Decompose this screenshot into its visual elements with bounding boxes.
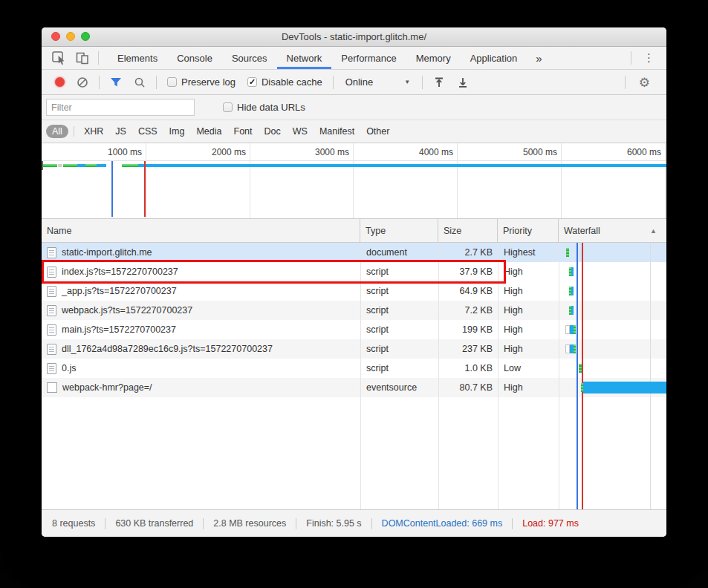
tab-sources[interactable]: Sources (222, 47, 277, 69)
inspect-cursor-icon (52, 51, 67, 65)
domcontentloaded-line (111, 161, 113, 217)
tab-application[interactable]: Application (461, 47, 527, 69)
export-har-button[interactable] (451, 70, 475, 94)
throttling-dropdown[interactable]: Online ▼ (338, 76, 418, 88)
record-button[interactable] (49, 70, 71, 94)
request-name-cell: index.js?ts=1572270700237 (42, 262, 360, 281)
throttling-value: Online (345, 76, 374, 88)
tab-elements[interactable]: Elements (108, 47, 167, 69)
clear-button[interactable] (71, 70, 94, 94)
tab-console[interactable]: Console (167, 47, 222, 69)
file-icon (47, 382, 57, 393)
device-toolbar-button[interactable] (71, 47, 94, 69)
window-titlebar[interactable]: DevTools - static-import.glitch.me/ (42, 27, 666, 47)
column-header-name[interactable]: Name (42, 219, 360, 242)
timeline-gridline (146, 143, 146, 218)
request-priority-cell: High (498, 339, 559, 359)
requests-table-body: static-import.glitch.medocument2.7 KBHig… (42, 243, 666, 509)
tab-performance[interactable]: Performance (331, 47, 406, 69)
close-window-button[interactable] (51, 32, 60, 41)
waterfall-bar (583, 382, 666, 393)
column-header-size[interactable]: Size (438, 219, 498, 242)
zoom-window-button[interactable] (81, 32, 90, 41)
network-request-row[interactable]: index.js?ts=1572270700237script37.9 KBHi… (42, 262, 666, 281)
overview-activity-bar (122, 164, 138, 167)
filter-pill-font[interactable]: Font (228, 125, 259, 138)
tab-memory[interactable]: Memory (406, 47, 461, 69)
funnel-icon (110, 77, 122, 88)
preserve-log-checkbox[interactable]: Preserve log (161, 76, 241, 88)
request-type-cell: eventsource (360, 378, 438, 397)
filter-input[interactable] (46, 99, 195, 116)
request-priority-cell: High (498, 301, 559, 320)
network-request-row[interactable]: webpack-hmr?page=/eventsource80.7 KBHigh (42, 378, 666, 397)
column-divider (360, 243, 361, 509)
overview-activity-bar (85, 164, 97, 167)
document-icon (47, 247, 56, 258)
request-name: index.js?ts=1572270700237 (62, 267, 178, 277)
waterfall-bar (574, 325, 576, 334)
inspect-element-button[interactable] (48, 47, 71, 69)
tab-network[interactable]: Network (277, 47, 332, 69)
sort-ascending-icon: ▲ (650, 227, 666, 235)
search-button[interactable] (128, 70, 152, 94)
filter-pill-manifest[interactable]: Manifest (314, 125, 360, 138)
filter-pill-doc[interactable]: Doc (259, 125, 287, 138)
request-type-cell: script (360, 301, 438, 320)
request-priority-cell: High (498, 378, 559, 397)
filter-pill-css[interactable]: CSS (132, 125, 163, 138)
request-type-cell: document (360, 243, 438, 262)
network-request-row[interactable]: main.js?ts=1572270700237script199 KBHigh (42, 320, 666, 339)
settings-button[interactable]: ⚙ (630, 70, 659, 94)
minimize-window-button[interactable] (66, 32, 75, 41)
network-request-row[interactable]: webpack.js?ts=1572270700237script7.2 KBH… (42, 301, 666, 320)
devtools-menu-button[interactable]: ⋮ (636, 51, 662, 65)
devtools-window: DevTools - static-import.glitch.me/ Elem… (42, 27, 666, 537)
waterfall-gridline (650, 243, 651, 509)
filter-pill-other[interactable]: Other (360, 125, 395, 138)
load-event-line (144, 161, 146, 217)
overview-activity-bar (63, 164, 77, 167)
chevron-down-icon: ▼ (404, 79, 410, 85)
timeline-ruler-divider (42, 160, 666, 161)
request-name: main.js?ts=1572270700237 (62, 324, 176, 335)
request-name-cell: static-import.glitch.me (42, 243, 360, 262)
domcontentloaded-line (577, 243, 578, 509)
request-size-cell: 2.7 KB (438, 243, 498, 262)
filter-pill-xhr[interactable]: XHR (78, 125, 109, 138)
toolbar-separator (156, 76, 157, 89)
network-request-row[interactable]: 0.jsscript1.0 KBLow (42, 359, 666, 378)
timeline-tick-label: 2000 ms (194, 147, 246, 157)
status-item: Load: 977 ms (522, 518, 579, 529)
request-type-cell: script (360, 281, 438, 301)
request-type-cell: script (360, 262, 438, 281)
network-overview-timeline[interactable]: 1000 ms2000 ms3000 ms4000 ms5000 ms6000 … (42, 143, 666, 219)
column-header-priority[interactable]: Priority (498, 219, 559, 242)
filter-pill-media[interactable]: Media (190, 125, 227, 138)
disable-cache-checkbox[interactable]: Disable cache (241, 76, 328, 88)
window-title: DevTools - static-import.glitch.me/ (282, 31, 426, 42)
filter-toggle-button[interactable] (104, 70, 128, 94)
column-divider (438, 243, 439, 509)
network-request-row[interactable]: _app.js?ts=1572270700237script64.9 KBHig… (42, 281, 666, 301)
network-request-row[interactable]: static-import.glitch.medocument2.7 KBHig… (42, 243, 666, 262)
document-icon (47, 267, 56, 278)
request-type-cell: script (360, 339, 438, 359)
more-tabs-button[interactable]: » (527, 52, 551, 65)
overview-activity-bar (43, 164, 57, 167)
filter-pill-ws[interactable]: WS (287, 125, 314, 138)
column-header-type[interactable]: Type (360, 219, 438, 242)
network-request-row[interactable]: dll_1762a4d98a7289ec16c9.js?ts=157227070… (42, 339, 666, 359)
hide-data-urls-checkbox[interactable]: Hide data URLs (217, 102, 311, 113)
filter-pill-img[interactable]: Img (163, 125, 191, 138)
status-item: Finish: 5.95 s (306, 518, 361, 529)
timeline-gridline (353, 143, 354, 218)
overview-activity-bar (97, 164, 106, 167)
waterfall-bar (571, 267, 574, 276)
filter-pill-all[interactable]: All (46, 125, 68, 138)
timeline-tick-label: 6000 ms (609, 147, 661, 157)
devtools-tab-bar: ElementsConsoleSourcesNetworkPerformance… (42, 47, 666, 70)
filter-pill-js[interactable]: JS (109, 125, 132, 138)
import-har-button[interactable] (427, 70, 451, 94)
column-header-waterfall[interactable]: Waterfall▲ (559, 219, 666, 242)
